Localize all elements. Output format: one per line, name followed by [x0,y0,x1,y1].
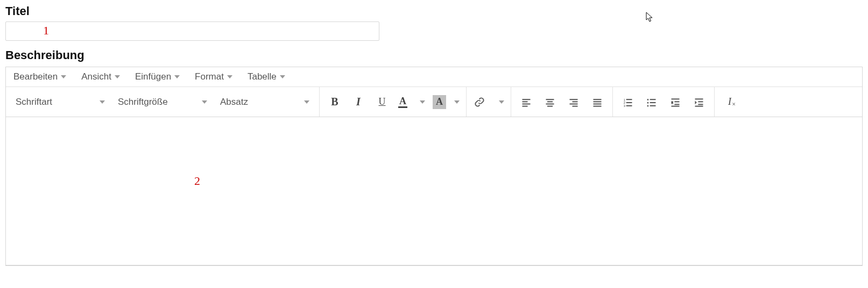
svg-rect-31 [672,105,680,106]
link-icon [474,97,485,107]
clear-formatting-button[interactable]: I× [718,90,742,114]
toolbar-group-textstyle: B I U A A [320,87,467,117]
align-left-button[interactable] [514,90,538,114]
svg-rect-10 [570,103,578,104]
text-color-icon: A [398,96,407,108]
svg-rect-8 [570,99,578,100]
text-color-button[interactable]: A [394,90,428,114]
svg-rect-15 [594,105,602,106]
bold-icon: B [331,96,338,108]
outdent-icon [670,97,681,107]
indent-button[interactable] [687,90,711,114]
svg-marker-38 [695,100,697,104]
align-justify-button[interactable] [585,90,609,114]
svg-rect-9 [573,101,578,102]
svg-rect-26 [650,102,656,103]
title-input[interactable] [5,21,379,41]
svg-rect-23 [647,102,649,104]
toolbar-group-selectors: Schriftart Schriftgröße Absatz [6,87,320,117]
menu-insert-label: Einfügen [135,71,171,82]
menu-table[interactable]: Tabelle [248,71,285,82]
menu-format-label: Format [195,71,224,82]
editor-menubar: Bearbeiten Ansicht Einfügen Format Tabel… [6,67,862,87]
chevron-down-icon [115,75,120,78]
align-center-icon [545,97,555,107]
chevron-down-icon [304,100,309,104]
toolbar-group-clear: I× [715,87,745,117]
menu-insert[interactable]: Einfügen [135,71,180,82]
editor-content-area[interactable]: 2 [6,117,862,265]
block-format-select[interactable]: Absatz [214,97,316,107]
chevron-down-icon [499,100,504,104]
align-right-icon [568,97,579,107]
svg-rect-24 [647,105,649,106]
align-left-icon [521,97,532,107]
svg-rect-22 [647,99,649,100]
chevron-down-icon [280,75,285,78]
menu-format[interactable]: Format [195,71,232,82]
toolbar-group-link [467,87,511,117]
svg-rect-5 [547,101,553,102]
svg-text:3: 3 [624,104,625,107]
menu-edit-label: Bearbeiten [13,71,58,82]
menu-view-label: Ansicht [81,71,111,82]
svg-rect-29 [674,101,679,102]
svg-rect-34 [695,98,703,99]
italic-button[interactable]: I [347,90,370,114]
menu-view[interactable]: Ansicht [81,71,120,82]
svg-rect-14 [594,103,602,104]
rich-text-editor: Bearbeiten Ansicht Einfügen Format Tabel… [5,67,863,266]
svg-rect-25 [650,99,656,100]
svg-rect-4 [546,99,554,100]
bullet-list-icon [646,97,657,107]
background-color-icon: A [435,97,444,107]
font-size-label: Schriftgröße [118,97,168,107]
indent-icon [694,97,704,107]
bold-button[interactable]: B [323,90,347,114]
editor-toolbar: Schriftart Schriftgröße Absatz B I U [6,87,862,117]
svg-rect-30 [674,104,679,105]
svg-rect-0 [523,99,531,100]
chevron-down-icon [454,100,460,104]
description-label: Beschreibung [5,48,863,62]
svg-rect-37 [695,105,703,106]
numbered-list-button[interactable]: 1 2 3 [616,90,640,114]
chevron-down-icon [202,100,207,104]
annotation-2: 2 [194,174,200,188]
numbered-list-icon: 1 2 3 [623,97,633,107]
svg-rect-7 [547,105,553,106]
svg-rect-1 [523,101,528,102]
clear-formatting-icon: I× [728,96,731,107]
svg-rect-21 [626,105,632,106]
title-label: Titel [5,4,863,18]
background-color-button[interactable]: A [428,90,463,114]
svg-rect-27 [650,105,656,106]
underline-icon: U [379,96,386,107]
bullet-list-button[interactable] [640,90,664,114]
underline-button[interactable]: U [370,90,394,114]
chevron-down-icon [100,100,105,104]
toolbar-group-align [511,87,613,117]
outdent-button[interactable] [664,90,687,114]
svg-rect-11 [573,105,578,106]
menu-edit[interactable]: Bearbeiten [13,71,66,82]
align-justify-icon [592,97,603,107]
svg-rect-12 [594,99,602,100]
svg-rect-28 [672,98,680,99]
svg-rect-36 [698,104,703,105]
font-family-label: Schriftart [16,97,52,107]
font-family-select[interactable]: Schriftart [9,97,111,107]
chevron-down-icon [227,75,232,78]
svg-rect-19 [626,99,632,100]
svg-rect-3 [523,105,528,106]
chevron-down-icon [174,75,180,78]
svg-rect-13 [594,101,602,102]
align-center-button[interactable] [538,90,562,114]
toolbar-group-lists: 1 2 3 [613,87,715,117]
chevron-down-icon [61,75,66,78]
block-format-label: Absatz [220,97,248,107]
insert-link-button[interactable] [470,90,507,114]
italic-icon: I [356,96,361,108]
font-size-select[interactable]: Schriftgröße [111,97,214,107]
align-right-button[interactable] [562,90,585,114]
